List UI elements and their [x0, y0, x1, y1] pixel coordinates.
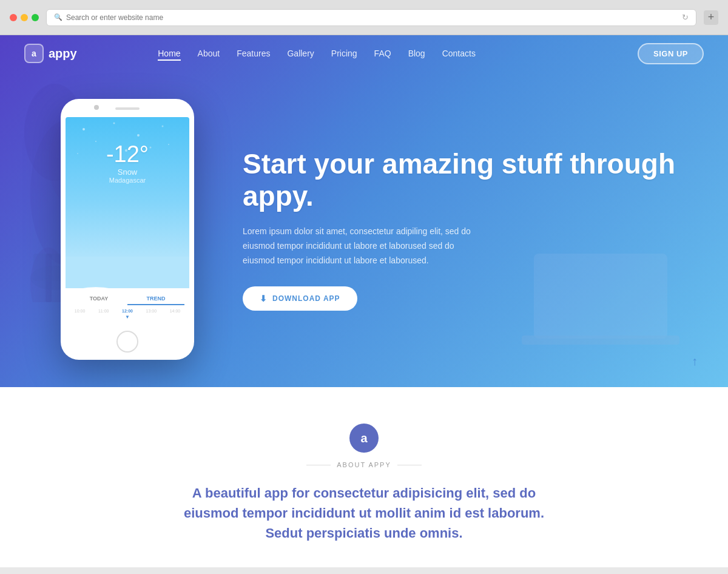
- traffic-lights: [10, 14, 39, 21]
- nav-link-home[interactable]: Home: [158, 49, 180, 61]
- nav-link-contacts[interactable]: Contacts: [442, 49, 476, 58]
- hero-headline: Start your amazing stuff through appy.: [243, 148, 704, 212]
- nav-link-faq[interactable]: FAQ: [374, 49, 391, 58]
- phone-home-button[interactable]: [116, 331, 138, 353]
- nav-link-gallery[interactable]: Gallery: [287, 49, 314, 58]
- about-logo-icon: a: [349, 424, 379, 453]
- logo[interactable]: a appy: [24, 44, 77, 63]
- phone-tab-today[interactable]: TODAY: [70, 293, 127, 305]
- logo-icon: a: [24, 44, 44, 63]
- signup-button[interactable]: SIGN UP: [638, 43, 704, 64]
- about-section-label: ABOUT APPY: [306, 461, 422, 468]
- hero-section: -12° Snow Madagascar: [0, 35, 728, 387]
- nav-links: Home About Features Gallery Pricing FAQ …: [158, 48, 476, 59]
- nav-item-contacts[interactable]: Contacts: [442, 48, 476, 59]
- svg-point-11: [137, 134, 140, 137]
- logo-name: appy: [49, 47, 77, 61]
- download-app-button[interactable]: ⬇ DOWNLOAD APP: [243, 286, 357, 311]
- svg-point-10: [113, 123, 115, 124]
- minimize-button[interactable]: [21, 14, 28, 21]
- svg-point-12: [162, 126, 164, 127]
- time-1300: 13:00: [146, 309, 157, 313]
- download-icon: ⬇: [260, 294, 268, 303]
- nav-item-blog[interactable]: Blog: [408, 48, 425, 59]
- weather-location: Madagascar: [73, 177, 182, 184]
- nav-item-gallery[interactable]: Gallery: [287, 48, 314, 59]
- browser-chrome: 🔍 ↻ +: [0, 0, 728, 35]
- phone-time-row: 10:00 11:00 12:00 13:00 14:00: [66, 305, 189, 314]
- navbar: a appy Home About Features Gallery Prici…: [0, 35, 728, 72]
- about-headline: A beautiful app for consectetur adipisic…: [182, 483, 546, 543]
- scroll-up-button[interactable]: ↑: [686, 352, 704, 370]
- hero-text: Start your amazing stuff through appy. L…: [243, 148, 704, 310]
- time-indicator: ▼: [66, 314, 189, 320]
- phone-timeline-area: TODAY TREND 10:00 11:00 12:00 13:00 14:0…: [66, 288, 189, 323]
- weather-temperature: -12°: [73, 141, 182, 167]
- svg-point-9: [83, 128, 85, 130]
- nav-link-features[interactable]: Features: [237, 49, 270, 58]
- hero-description: Lorem ipsum dolor sit amet, consectetur …: [243, 225, 473, 268]
- time-1100: 11:00: [98, 309, 109, 313]
- maximize-button[interactable]: [32, 14, 39, 21]
- phone-camera: [94, 105, 99, 110]
- phone-speaker: [115, 107, 140, 110]
- arrow-up-icon: ↑: [692, 354, 698, 368]
- nav-link-pricing[interactable]: Pricing: [331, 49, 357, 58]
- weather-condition: Snow: [73, 167, 182, 177]
- search-icon: 🔍: [54, 13, 62, 21]
- phone-mockup: -12° Snow Madagascar: [61, 99, 194, 360]
- nav-item-pricing[interactable]: Pricing: [331, 48, 357, 59]
- address-input[interactable]: [66, 13, 678, 22]
- nav-item-home[interactable]: Home: [158, 48, 180, 59]
- phone-screen-content: -12° Snow Madagascar: [66, 117, 189, 189]
- website-content: a appy Home About Features Gallery Prici…: [0, 35, 728, 574]
- time-1400: 14:00: [170, 309, 181, 313]
- nav-item-faq[interactable]: FAQ: [374, 48, 391, 59]
- nav-item-features[interactable]: Features: [237, 48, 270, 59]
- time-1000: 10:00: [75, 309, 86, 313]
- close-button[interactable]: [10, 14, 17, 21]
- about-section: a ABOUT APPY A beautiful app for consect…: [0, 387, 728, 567]
- nav-item-about[interactable]: About: [198, 48, 220, 59]
- download-btn-label: DOWNLOAD APP: [272, 294, 340, 303]
- nav-link-about[interactable]: About: [198, 49, 220, 58]
- reload-icon[interactable]: ↻: [682, 13, 689, 22]
- phone-tabs-row: TODAY TREND: [66, 288, 189, 305]
- hero-content: -12° Snow Madagascar: [0, 62, 728, 360]
- time-1200-active: 12:00: [122, 309, 133, 313]
- new-tab-button[interactable]: +: [704, 10, 718, 25]
- address-bar[interactable]: 🔍 ↻: [46, 9, 696, 26]
- nav-link-blog[interactable]: Blog: [408, 49, 425, 58]
- phone-tab-trend[interactable]: TREND: [127, 293, 184, 305]
